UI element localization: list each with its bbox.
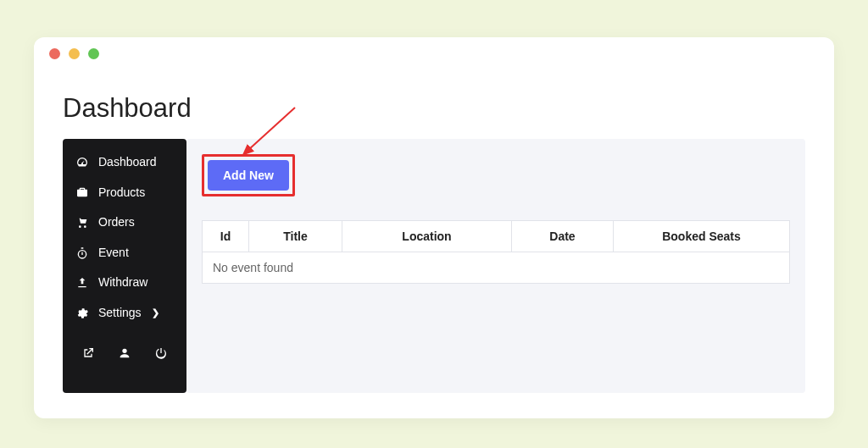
- window-frame: Dashboard Dashboard Products Orders: [34, 37, 834, 418]
- window-titlebar: [34, 37, 834, 69]
- stopwatch-icon: [75, 246, 90, 261]
- chevron-right-icon: ❯: [152, 307, 159, 319]
- content-row: Dashboard Products Orders Event: [63, 139, 805, 393]
- cart-icon: [75, 215, 90, 230]
- sidebar-item-label: Event: [98, 245, 129, 262]
- sidebar-item-label: Settings: [98, 305, 142, 322]
- add-new-highlight: Add New: [202, 154, 295, 196]
- sidebar-item-label: Orders: [98, 214, 135, 231]
- window-minimize-dot[interactable]: [69, 48, 80, 59]
- sidebar-item-event[interactable]: Event: [63, 238, 186, 268]
- table-header-id: Id: [203, 221, 249, 252]
- power-icon[interactable]: [152, 344, 170, 362]
- table-row: No event found: [203, 252, 790, 284]
- gauge-icon: [75, 155, 90, 170]
- main-panel: Add New Id Title Location Date Booked Se…: [186, 139, 805, 393]
- table-header-location: Location: [342, 221, 512, 252]
- sidebar-item-settings[interactable]: Settings ❯: [63, 298, 186, 329]
- external-link-icon[interactable]: [79, 344, 97, 362]
- user-icon[interactable]: [115, 344, 134, 362]
- table-header-title: Title: [249, 221, 342, 252]
- sidebar-item-products[interactable]: Products: [63, 178, 186, 208]
- page-title: Dashboard: [63, 93, 834, 124]
- add-new-button[interactable]: Add New: [208, 160, 289, 191]
- sidebar-item-label: Dashboard: [98, 154, 157, 171]
- window-close-dot[interactable]: [49, 48, 60, 59]
- upload-icon: [75, 275, 90, 290]
- table-header-date: Date: [512, 221, 614, 252]
- table-header-booked: Booked Seats: [614, 221, 790, 252]
- sidebar-item-label: Products: [98, 185, 145, 202]
- sidebar-item-dashboard[interactable]: Dashboard: [63, 147, 186, 178]
- events-table-wrap: Id Title Location Date Booked Seats No e…: [202, 220, 790, 284]
- sidebar-bottom-row: [63, 335, 186, 364]
- briefcase-icon: [75, 185, 90, 200]
- table-empty-cell: No event found: [203, 252, 790, 284]
- sidebar: Dashboard Products Orders Event: [63, 139, 186, 393]
- events-table: Id Title Location Date Booked Seats No e…: [202, 220, 790, 284]
- sidebar-item-label: Withdraw: [98, 274, 147, 291]
- sidebar-item-withdraw[interactable]: Withdraw: [63, 268, 186, 298]
- gear-icon: [75, 306, 90, 321]
- sidebar-item-orders[interactable]: Orders: [63, 207, 186, 238]
- window-maximize-dot[interactable]: [88, 48, 99, 59]
